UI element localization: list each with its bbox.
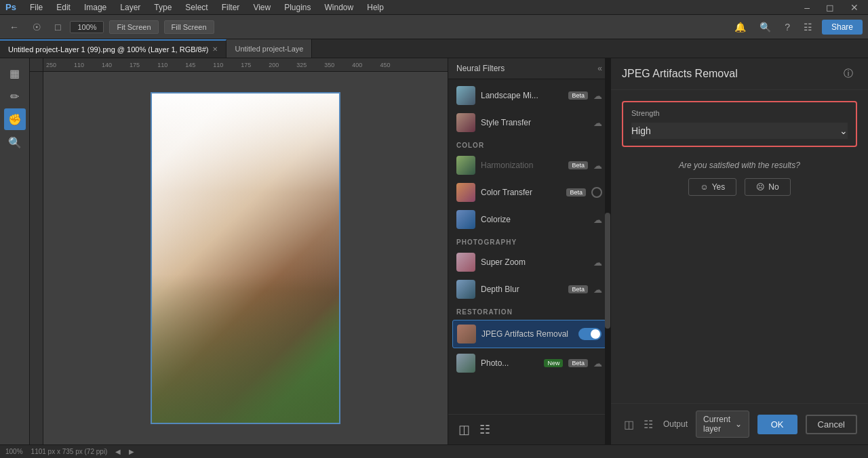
filter-photo-badge-beta: Beta <box>568 359 588 367</box>
zoom-tool[interactable]: 🔍 <box>4 131 26 153</box>
details-panel: JPEG Artifacts Removal ⓘ Strength High ⌄… <box>610 58 868 444</box>
output-bar: ◫ ☷ Output Current layer ⌄ OK Cancel <box>611 403 868 444</box>
strength-label: Strength <box>631 109 848 117</box>
notification-icon[interactable]: 🔔 <box>730 20 750 34</box>
workspace-icon[interactable]: ☷ <box>800 20 816 34</box>
share-button[interactable]: Share <box>822 20 863 35</box>
output-icons: ◫ ☷ <box>622 416 655 433</box>
no-button[interactable]: ☹ No <box>745 178 790 196</box>
filter-list-scrollbar[interactable] <box>605 58 610 444</box>
canvas-wrapper <box>43 72 448 444</box>
status-zoom: 100% <box>5 448 23 455</box>
filter-landscape-cloud[interactable]: ☁ <box>593 91 602 101</box>
section-color: COLOR <box>448 136 610 152</box>
filter-colorize-name: Colorize <box>481 215 588 224</box>
filter-super-zoom[interactable]: Super Zoom ☁ <box>448 249 610 276</box>
ruler-vertical <box>30 72 43 444</box>
filter-depth-blur-cloud[interactable]: ☁ <box>593 285 602 295</box>
selection-tool[interactable]: ▦ <box>4 62 26 84</box>
status-nav-prev[interactable]: ◀ <box>115 448 121 455</box>
neural-panel-title: Neural Filters <box>456 64 505 73</box>
filter-harmonization-badge: Beta <box>568 161 588 169</box>
hand-tool[interactable]: ☉ <box>28 20 45 34</box>
filter-harmonization-cloud[interactable]: ☁ <box>593 161 602 171</box>
filter-style-transfer[interactable]: Style Transfer ☁ <box>448 109 610 136</box>
output-current-layer: Current layer <box>703 415 731 434</box>
menu-edit[interactable]: Edit <box>54 1 73 14</box>
filter-harmonization[interactable]: Harmonization Beta ☁ <box>448 152 610 179</box>
filter-list-scrollbar-thumb[interactable] <box>605 213 610 329</box>
yes-button[interactable]: ☺ Yes <box>688 178 736 196</box>
cancel-button[interactable]: Cancel <box>806 415 857 434</box>
filter-depth-blur[interactable]: Depth Blur Beta ☁ <box>448 276 610 303</box>
filter-landscape[interactable]: Landscape Mi... Beta ☁ <box>448 82 610 109</box>
output-select[interactable]: Current layer ⌄ <box>696 411 749 438</box>
filter-photo-cloud[interactable]: ☁ <box>593 358 602 369</box>
ok-button[interactable]: OK <box>757 415 797 434</box>
menu-layer[interactable]: Layer <box>117 1 143 14</box>
search-icon[interactable]: 🔍 <box>755 20 775 34</box>
filter-depth-blur-name: Depth Blur <box>481 285 563 294</box>
transform-tool[interactable]: □ <box>51 20 64 34</box>
restore-button[interactable]: ◻ <box>822 1 838 14</box>
menu-window[interactable]: Window <box>322 1 357 14</box>
tab-active-close[interactable]: ✕ <box>212 45 218 53</box>
tab-active[interactable]: Untitled project-Layer 1 (99).png @ 100%… <box>0 39 226 58</box>
menu-type[interactable]: Type <box>151 1 174 14</box>
filter-harmonization-name: Harmonization <box>481 161 563 170</box>
filter-super-zoom-thumb <box>456 253 475 272</box>
filter-photo-thumb <box>456 354 475 373</box>
neural-panel-expand[interactable]: « <box>597 64 602 73</box>
filter-style-thumb <box>456 113 475 132</box>
filter-super-zoom-cloud[interactable]: ☁ <box>593 257 602 268</box>
filter-colorize[interactable]: Colorize ☁ <box>448 206 610 233</box>
filter-jpeg-removal[interactable]: JPEG Artifacts Removal <box>452 320 606 348</box>
tab-second[interactable]: Untitled project-Laye <box>226 39 312 58</box>
tab-active-label: Untitled project-Layer 1 (99).png @ 100%… <box>8 45 208 54</box>
section-restoration: RESTORATION <box>448 303 610 318</box>
output-label: Output <box>663 419 688 429</box>
menu-bar: Ps File Edit Image Layer Type Select Fil… <box>0 0 868 15</box>
hand-tool-btn[interactable]: ✊ <box>4 108 26 130</box>
strength-select[interactable]: High ⌄ <box>631 123 848 139</box>
menu-filter[interactable]: Filter <box>219 1 243 14</box>
details-info-icon[interactable]: ⓘ <box>840 66 857 81</box>
strength-box: Strength High ⌄ <box>622 101 857 147</box>
menu-plugins[interactable]: Plugins <box>281 1 313 14</box>
menu-file[interactable]: File <box>27 1 45 14</box>
filter-panel-footer: ◫ ☷ <box>448 414 610 444</box>
filter-style-cloud[interactable]: ☁ <box>593 118 602 128</box>
status-nav-next[interactable]: ▶ <box>129 448 134 455</box>
filter-color-transfer[interactable]: Color Transfer Beta <box>448 179 610 206</box>
filter-color-transfer-radio[interactable] <box>591 187 602 198</box>
filter-harmonization-thumb <box>456 156 475 175</box>
help-icon[interactable]: ? <box>781 20 794 34</box>
menu-select[interactable]: Select <box>182 1 210 14</box>
compare-view-icon[interactable]: ◫ <box>622 416 636 433</box>
layers-icon[interactable]: ☷ <box>477 420 492 439</box>
ruler-corner <box>30 58 43 72</box>
ruler-horizontal: 250110140175110145110175200325350400450 <box>43 58 448 72</box>
menu-image[interactable]: Image <box>81 1 109 14</box>
no-label: No <box>768 182 778 192</box>
zoom-input[interactable] <box>70 21 104 33</box>
no-icon: ☹ <box>756 182 765 192</box>
crop-tool[interactable]: ✏ <box>4 85 26 107</box>
filter-photo[interactable]: Photo... New Beta ☁ <box>448 350 610 377</box>
filter-colorize-cloud[interactable]: ☁ <box>593 215 602 225</box>
filter-color-transfer-badge: Beta <box>566 188 586 196</box>
menu-view[interactable]: View <box>250 1 273 14</box>
compare-icon[interactable]: ◫ <box>456 420 472 439</box>
close-button[interactable]: ✕ <box>846 1 863 14</box>
minimize-button[interactable]: – <box>800 1 814 14</box>
menu-help[interactable]: Help <box>364 1 387 14</box>
neural-panel-header: Neural Filters « <box>448 58 610 79</box>
filter-jpeg-toggle[interactable] <box>578 328 601 340</box>
back-button[interactable]: ← <box>5 20 23 34</box>
filter-color-transfer-thumb <box>456 183 475 202</box>
tab-second-label: Untitled project-Laye <box>235 45 303 53</box>
fit-screen-button[interactable]: Fit Screen <box>109 20 158 34</box>
strength-value: High <box>631 125 651 136</box>
fill-screen-button[interactable]: Fill Screen <box>164 20 214 34</box>
layer-comp-icon[interactable]: ☷ <box>642 416 655 433</box>
